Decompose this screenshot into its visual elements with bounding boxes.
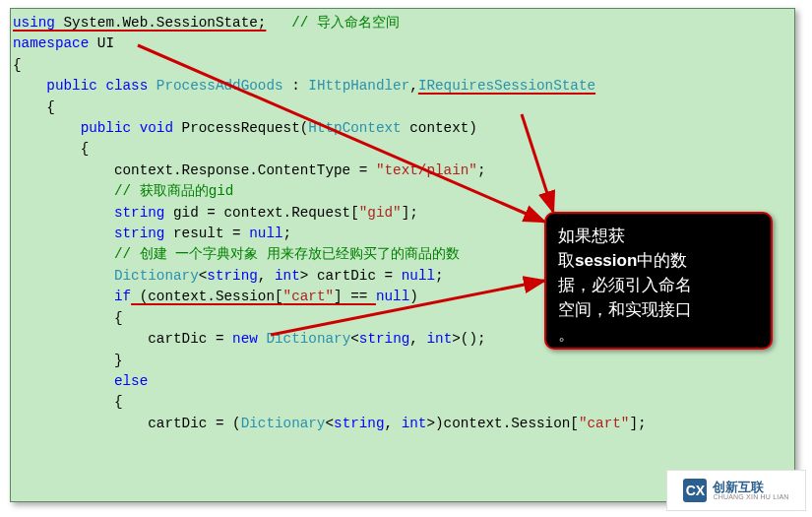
code-int-kw-2: int [426,331,452,347]
watermark-logo: CX 创新互联 CHUANG XIN HU LIAN [666,470,806,511]
callout-t2c: 中的数 [637,251,687,270]
code-lt-3: < [325,416,334,431]
code-public-1: public [13,78,97,94]
code-namespace-name: UI [89,35,114,51]
callout-session-bold: session [575,251,637,270]
code-colon: : [283,78,309,94]
code-l20a: cartDic = ( [13,416,241,431]
code-class-name: ProcessAddGoods [148,78,282,94]
code-brace: { [13,57,22,73]
code-public-2: public [13,120,131,136]
code-str-kw: string [207,268,257,284]
code-dict-type-3: Dictionary [241,416,326,431]
code-comment-dict: // 创建 一个字典对象 用来存放已经购买了的商品的数 [13,246,460,262]
code-new: new [232,331,258,347]
code-int-kw: int [275,268,300,284]
callout-line-2: 取session中的数 [558,248,759,273]
code-dict-type-1: Dictionary [13,268,199,284]
logo-py: CHUANG XIN HU LIAN [713,493,788,500]
code-void: void [131,120,173,136]
code-paren: ) [409,289,418,304]
code-method-name: ProcessRequest( [173,120,308,136]
logo-cn: 创新互联 [713,481,788,493]
code-dict-type-2: Dictionary [266,331,350,347]
code-string-gid: "gid" [359,205,402,221]
callout-line-4: 空间，和实现接口 [558,297,759,322]
code-comma-3: , [409,331,426,347]
code-l14a: (context.Session[ [131,289,282,304]
code-l16a: cartDic = [13,331,232,347]
code-l13c: > cartDic = [300,268,402,284]
code-string-kw-1: string [13,205,164,221]
code-null-3: null [376,289,409,304]
code-lt-2: < [350,331,359,347]
code-string-textplain: "text/plain" [376,162,477,178]
code-l16d: >(); [452,331,485,347]
code-l20d: >)context.Session[ [426,416,578,431]
code-str-kw-2: string [359,331,409,347]
code-namespace-kw: namespace [13,35,89,51]
code-interface-1: IHttpHandler [308,78,409,94]
code-str-kw-3: string [334,416,384,431]
code-using-ns: System.Web.SessionState; [55,15,267,31]
code-if: if [13,289,131,304]
code-class-kw: class [97,78,148,94]
code-string-cart-2: "cart" [579,416,629,431]
code-brace: } [13,353,123,368]
code-param-type: HttpContext [308,120,401,136]
callout-line-5: 。 [558,322,759,347]
callout-box: 如果想获 取session中的数 据，必须引入命名 空间，和实现接口 。 [544,212,773,350]
code-l14b: ] == [334,289,376,304]
code-param-rest: context) [402,120,477,136]
code-l10a: gid = context.Request[ [164,205,358,221]
code-string-kw-2: string [13,226,164,241]
code-null-1: null [249,226,282,241]
code-string-cart-1: "cart" [283,289,334,304]
code-brace: { [13,310,123,326]
callout-t2a: 取 [558,251,575,270]
callout-line-1: 如果想获 [558,224,759,248]
callout-t1: 如果想获 [558,226,625,245]
code-semi-3: ; [435,268,444,284]
code-comment-gid: // 获取商品的gid [13,183,233,199]
code-l11a: result = [164,226,249,241]
code-semi: ; [477,162,486,178]
code-brace: { [13,141,89,157]
code-brace: { [13,394,123,410]
code-comment-1: // 导入命名空间 [266,15,399,31]
code-brace: { [13,99,55,115]
code-int-kw-3: int [402,416,427,431]
code-comma-2: , [258,268,275,284]
code-interface-2: IRequiresSessionState [418,78,595,94]
code-semi-2: ; [283,226,292,241]
code-using-kw: using [13,15,55,31]
code-null-2: null [402,268,435,284]
logo-text: 创新互联 CHUANG XIN HU LIAN [713,481,788,500]
code-comma-4: , [385,416,402,431]
code-else: else [13,373,148,389]
code-comma: , [409,78,418,94]
code-l20e: ]; [629,416,646,431]
code-line-8a: context.Response.ContentType = [13,162,376,178]
logo-k-icon: CX [683,479,707,502]
callout-line-3: 据，必须引入命名 [558,273,759,297]
code-l10b: ]; [402,205,418,221]
